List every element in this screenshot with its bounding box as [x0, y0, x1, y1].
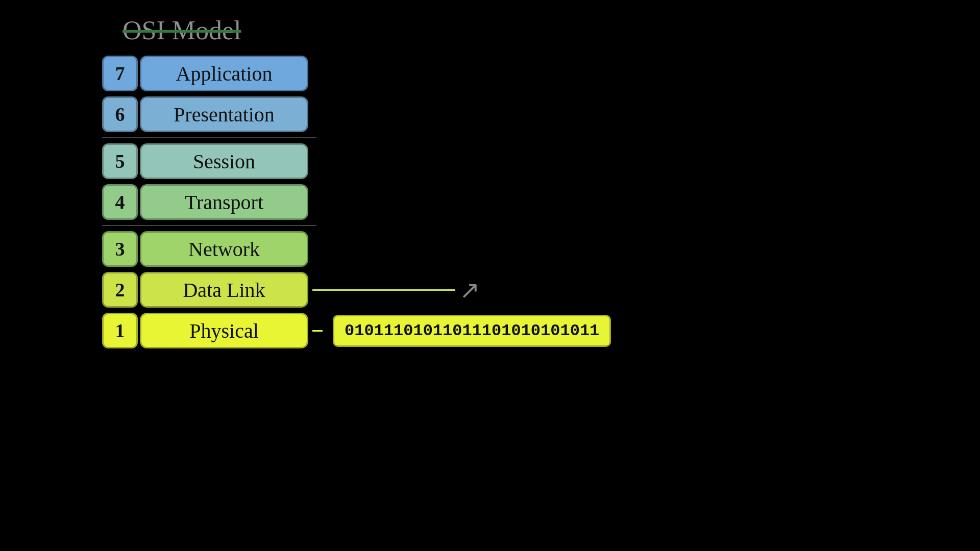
physical-connector [312, 330, 323, 332]
separator-4-3 [102, 225, 316, 226]
layer-2-number: 2 [102, 272, 138, 308]
layer-7-row: 7 Application [102, 56, 611, 91]
layer-5-row: 5 Session [102, 143, 611, 179]
layer-6-row: 6 Presentation [102, 96, 611, 132]
osi-diagram: OSI Model 7 Application 6 Presentation 5… [102, 15, 611, 348]
binary-display: 01011101011011101010101011 [333, 315, 611, 347]
layer-5-name: Session [140, 143, 308, 179]
datalink-connector [312, 289, 455, 291]
cursor-icon: ↗ [459, 276, 480, 304]
layer-1-row: 1 Physical 01011101011011101010101011 [102, 313, 611, 348]
layer-5-number: 5 [102, 143, 138, 179]
layer-6-number: 6 [102, 96, 138, 132]
layer-2-name: Data Link [140, 272, 308, 308]
layer-2-row: 2 Data Link ↗ [102, 272, 611, 308]
layer-6-name: Presentation [140, 96, 308, 132]
layer-1-number: 1 [102, 313, 138, 348]
layer-7-number: 7 [102, 56, 138, 91]
layer-3-name: Network [140, 231, 308, 267]
layer-3-number: 3 [102, 231, 138, 267]
layer-3-row: 3 Network [102, 231, 611, 267]
layer-7-name: Application [140, 56, 308, 91]
layer-4-name: Transport [140, 184, 308, 220]
layer-1-name: Physical [140, 313, 308, 348]
separator-6-5 [102, 137, 316, 138]
layer-4-row: 4 Transport [102, 184, 611, 220]
diagram-title: OSI Model [122, 15, 611, 45]
layer-4-number: 4 [102, 184, 138, 220]
